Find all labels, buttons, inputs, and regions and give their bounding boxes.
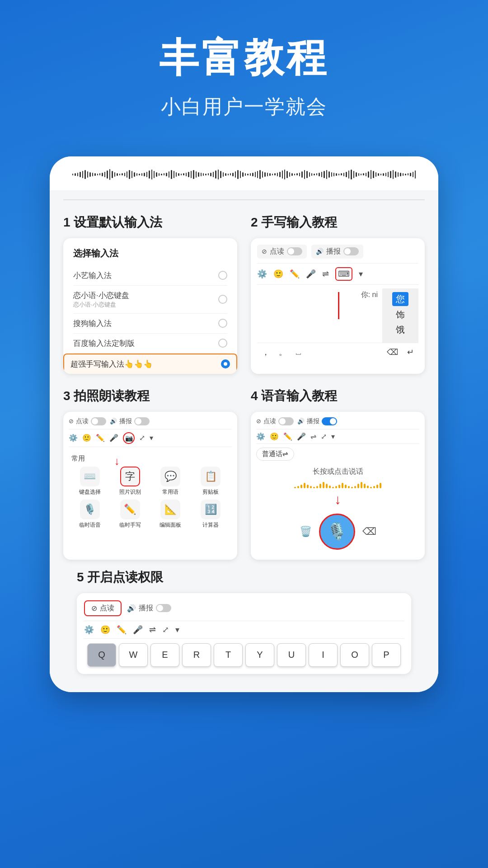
s5-mic-icon[interactable]: 🎤: [133, 625, 143, 635]
s5-icons-row: ⚙️ 🙂 ✏️ 🎤 ⇌ ⤢ ▾: [84, 621, 404, 639]
phone-mockup: 1 设置默认输入法 选择输入法 小艺输入法 恋小语·小恋键盘恋小语·小恋键盘: [50, 156, 438, 692]
reading-switch[interactable]: [287, 247, 302, 255]
chevron-icon-4[interactable]: ▾: [331, 432, 335, 441]
radio-selected[interactable]: [221, 359, 230, 368]
broadcast-toggle-4[interactable]: 🔊 播报: [297, 417, 337, 425]
face-icon-4[interactable]: 🙂: [270, 432, 279, 441]
hw-canvas: 你: ni 您 饰 饿: [257, 288, 418, 343]
s5-translate-icon[interactable]: ⇌: [149, 625, 156, 635]
tutorial-2-card: ⊘ 点读 🔊 播报 ⚙️: [251, 238, 425, 374]
s5-broadcast-switch[interactable]: [156, 604, 171, 612]
broadcast-switch-3[interactable]: [134, 417, 150, 425]
page-subtitle: 小白用户一学就会: [18, 94, 470, 120]
menu-item-calc[interactable]: 🔢 计算器: [192, 500, 229, 529]
key-w[interactable]: W: [119, 643, 148, 667]
broadcast-toggle-3[interactable]: 🔊 播报: [110, 417, 150, 425]
radio-unselected[interactable]: [218, 339, 227, 348]
menu-item-edit[interactable]: 📐 编辑面板: [152, 500, 189, 529]
reading-toggle-3[interactable]: ⊘ 点读: [69, 417, 106, 425]
space-key[interactable]: ⎵: [296, 347, 301, 357]
broadcast-switch-4-on[interactable]: [322, 417, 337, 425]
radio-unselected[interactable]: [218, 295, 227, 304]
enter-key[interactable]: ↵: [407, 347, 414, 357]
mic-button[interactable]: 🎙️: [319, 514, 355, 550]
translate-icon-4[interactable]: ⇌: [310, 432, 316, 441]
pen-icon[interactable]: ✏️: [290, 269, 300, 279]
expand-icon-4[interactable]: ⤢: [321, 432, 327, 441]
menu-item-phrases[interactable]: 💬 常用语: [152, 467, 189, 496]
waveform: [72, 165, 416, 184]
tutorial-3-card: ⊘ 点读 🔊 播报 ⚙️: [63, 412, 237, 560]
key-o[interactable]: O: [340, 643, 369, 667]
expand-icon-3[interactable]: ⤢: [139, 434, 145, 442]
menu-item-keyboard[interactable]: ⌨️ 键盘选择: [71, 467, 108, 496]
backspace-key[interactable]: ⌫: [387, 347, 398, 357]
gear-icon[interactable]: ⚙️: [257, 269, 267, 279]
s5-top-bar: ⊘ 点读 🔊 播报: [84, 600, 404, 616]
hw-icons-row: ⚙️ 🙂 ✏️ 🎤 ⇌ ⌨ ▾: [257, 263, 418, 285]
iml-title: 选择输入法: [73, 247, 227, 259]
pen-icon-3[interactable]: ✏️: [96, 434, 105, 442]
radio-unselected[interactable]: [218, 319, 227, 328]
mic-icon[interactable]: 🎤: [306, 269, 316, 279]
reading-toggle[interactable]: ⊘ 点读: [257, 245, 307, 259]
tutorial-4-card: ⊘ 点读 🔊 播报 ⚙️: [251, 412, 425, 560]
s5-reading-btn[interactable]: ⊘ 点读: [84, 600, 122, 616]
kb-menu-title: 常用: [71, 454, 229, 463]
comma-key[interactable]: ，: [262, 347, 270, 358]
menu-item-photo[interactable]: 字 照片识别: [112, 467, 148, 496]
s5-face-icon[interactable]: 🙂: [100, 625, 110, 635]
candidate-item[interactable]: 饿: [396, 324, 405, 336]
tutorial-2: 2 手写输入教程 ⊘ 点读 🔊 播报: [251, 214, 425, 374]
voice-waveform: [256, 479, 419, 488]
reading-toggle-4[interactable]: ⊘ 点读: [256, 417, 294, 425]
radio-unselected[interactable]: [218, 271, 227, 280]
s5-expand-icon[interactable]: ⤢: [162, 625, 169, 635]
key-u[interactable]: U: [277, 643, 306, 667]
s5-gear-icon[interactable]: ⚙️: [84, 625, 94, 635]
chevron-icon[interactable]: ▾: [359, 269, 363, 279]
menu-icon-clipboard: 📋: [201, 467, 221, 486]
s5-pen-icon[interactable]: ✏️: [117, 625, 127, 635]
s5-chevron-icon[interactable]: ▾: [175, 625, 179, 635]
input-method-list: 选择输入法 小艺输入法 恋小语·小恋键盘恋小语·小恋键盘 搜狗输入法: [63, 238, 237, 374]
broadcast-toggle[interactable]: 🔊 播报: [311, 245, 363, 259]
menu-item-voice-temp[interactable]: 🎙️ 临时语音: [71, 500, 108, 529]
broadcast-switch[interactable]: [343, 247, 359, 255]
camera-icon-highlighted[interactable]: 📷: [123, 432, 135, 444]
reading-switch-3[interactable]: [91, 417, 106, 425]
candidate-highlight[interactable]: 您: [392, 292, 408, 306]
lang-button[interactable]: 普通话⇌: [256, 448, 294, 461]
header: 丰富教程 小白用户一学就会: [0, 0, 488, 138]
reading-switch-4[interactable]: [278, 417, 294, 425]
menu-item-clipboard[interactable]: 📋 剪贴板: [192, 467, 229, 496]
key-t[interactable]: T: [214, 643, 243, 667]
menu-item-handwrite-temp[interactable]: ✏️ 临时手写: [112, 500, 148, 529]
s5-broadcast-btn[interactable]: 🔊 播报: [127, 600, 171, 616]
gear-icon-3[interactable]: ⚙️: [69, 434, 78, 442]
tutorial-3-label: 3 拍照朗读教程: [63, 387, 237, 405]
key-i[interactable]: I: [309, 643, 338, 667]
menu-icon-voice-temp: 🎙️: [80, 500, 100, 519]
translate-icon[interactable]: ⇌: [322, 269, 329, 279]
tutorial-3: 3 拍照朗读教程 ⊘ 点读 🔊 播报: [63, 387, 237, 560]
key-r[interactable]: R: [182, 643, 211, 667]
kb-top-row: ⊘ 点读 🔊 播报: [69, 417, 232, 425]
candidate-item[interactable]: 饰: [396, 309, 405, 321]
mic-icon-4[interactable]: 🎤: [297, 432, 306, 441]
key-e[interactable]: E: [150, 643, 179, 667]
delete-icon[interactable]: 🗑️: [300, 526, 312, 538]
gear-icon-4[interactable]: ⚙️: [256, 432, 265, 441]
pen-icon-4[interactable]: ✏️: [283, 432, 292, 441]
key-y[interactable]: Y: [245, 643, 274, 667]
period-key[interactable]: 。: [279, 347, 287, 358]
face-icon-3[interactable]: 🙂: [82, 434, 91, 442]
key-q[interactable]: Q: [87, 643, 116, 667]
chevron-icon-3[interactable]: ▾: [150, 434, 153, 442]
voice-center: 🗑️ 🎙️ ⌫: [256, 509, 419, 554]
face-icon[interactable]: 🙂: [273, 269, 283, 279]
mic-icon-3[interactable]: 🎤: [109, 434, 118, 442]
key-p[interactable]: P: [372, 643, 401, 667]
handwrite-icon-active[interactable]: ⌨: [335, 267, 352, 281]
backspace-icon-4[interactable]: ⌫: [362, 526, 376, 538]
